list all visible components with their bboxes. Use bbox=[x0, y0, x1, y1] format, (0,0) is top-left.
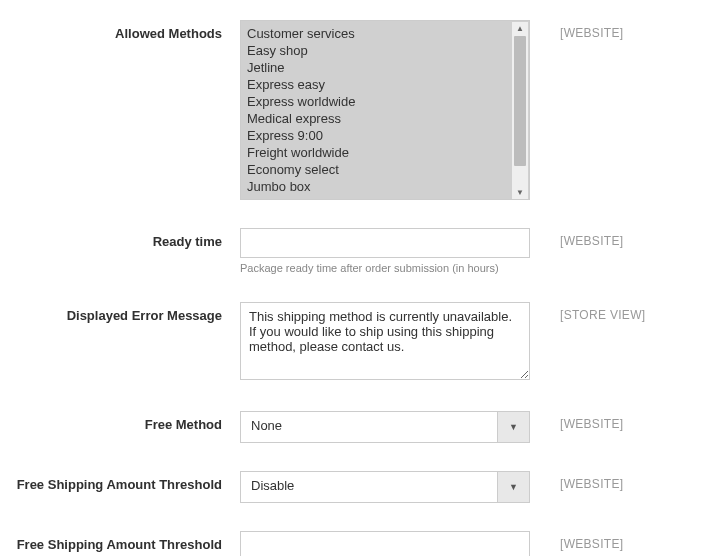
free-threshold-enable-select[interactable]: Disable ▼ bbox=[240, 471, 530, 503]
list-item[interactable]: Medical express bbox=[247, 110, 509, 127]
ready-time-input[interactable] bbox=[240, 228, 530, 258]
field-ready-time: Package ready time after order submissio… bbox=[240, 228, 530, 274]
scope-label: [WEBSITE] bbox=[530, 471, 689, 491]
row-allowed-methods: Allowed Methods Customer services Easy s… bbox=[10, 20, 689, 200]
scope-label: [STORE VIEW] bbox=[530, 302, 689, 322]
scope-label: [WEBSITE] bbox=[530, 531, 689, 551]
list-item[interactable]: Customer services bbox=[247, 25, 509, 42]
field-free-threshold-enable: Disable ▼ bbox=[240, 471, 530, 503]
error-message-textarea[interactable] bbox=[240, 302, 530, 380]
field-free-method: None ▼ bbox=[240, 411, 530, 443]
list-item[interactable]: Jumbo box bbox=[247, 178, 509, 195]
row-free-method: Free Method None ▼ [WEBSITE] bbox=[10, 411, 689, 443]
select-value: Disable bbox=[241, 472, 497, 502]
free-method-select[interactable]: None ▼ bbox=[240, 411, 530, 443]
chevron-down-icon: ▼ bbox=[497, 472, 529, 502]
list-item[interactable]: Express 9:00 bbox=[247, 127, 509, 144]
row-error-message: Displayed Error Message [STORE VIEW] bbox=[10, 302, 689, 383]
scope-label: [WEBSITE] bbox=[530, 228, 689, 248]
row-free-threshold-amount: Free Shipping Amount Threshold [WEBSITE] bbox=[10, 531, 689, 556]
ready-time-help: Package ready time after order submissio… bbox=[240, 262, 530, 274]
field-allowed-methods: Customer services Easy shop Jetline Expr… bbox=[240, 20, 530, 200]
label-free-threshold-enable: Free Shipping Amount Threshold bbox=[10, 471, 240, 492]
label-free-threshold-amount: Free Shipping Amount Threshold bbox=[10, 531, 240, 552]
list-item[interactable]: Express worldwide bbox=[247, 93, 509, 110]
scrollbar[interactable]: ▲ ▼ bbox=[512, 22, 528, 200]
row-ready-time: Ready time Package ready time after orde… bbox=[10, 228, 689, 274]
scroll-thumb[interactable] bbox=[514, 36, 526, 166]
label-ready-time: Ready time bbox=[10, 228, 240, 249]
scroll-up-icon[interactable]: ▲ bbox=[512, 22, 528, 36]
scope-label: [WEBSITE] bbox=[530, 411, 689, 431]
select-value: None bbox=[241, 412, 497, 442]
row-free-threshold-enable: Free Shipping Amount Threshold Disable ▼… bbox=[10, 471, 689, 503]
allowed-methods-listbox[interactable]: Customer services Easy shop Jetline Expr… bbox=[240, 20, 530, 200]
scope-label: [WEBSITE] bbox=[530, 20, 689, 40]
label-free-method: Free Method bbox=[10, 411, 240, 432]
label-error-message: Displayed Error Message bbox=[10, 302, 240, 323]
list-item[interactable]: Freight worldwide bbox=[247, 144, 509, 161]
list-item[interactable]: Economy select bbox=[247, 161, 509, 178]
field-free-threshold-amount bbox=[240, 531, 530, 556]
chevron-down-icon: ▼ bbox=[497, 412, 529, 442]
free-threshold-amount-input[interactable] bbox=[240, 531, 530, 556]
list-item[interactable]: Jetline bbox=[247, 59, 509, 76]
scroll-down-icon[interactable]: ▼ bbox=[512, 186, 528, 200]
label-allowed-methods: Allowed Methods bbox=[10, 20, 240, 41]
allowed-methods-options: Customer services Easy shop Jetline Expr… bbox=[241, 21, 513, 199]
field-error-message bbox=[240, 302, 530, 383]
list-item[interactable]: Easy shop bbox=[247, 42, 509, 59]
list-item[interactable]: Express easy bbox=[247, 76, 509, 93]
